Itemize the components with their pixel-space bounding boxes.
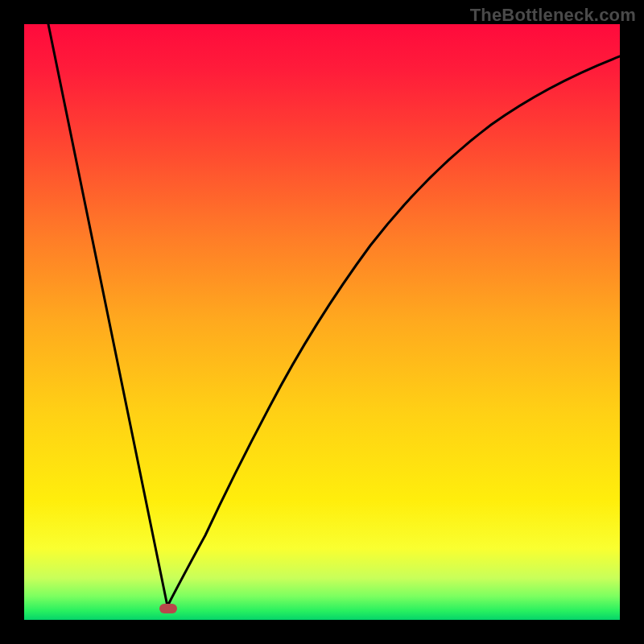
bottleneck-curve: [24, 24, 620, 620]
minimum-marker: [159, 604, 177, 613]
plot-area: [24, 24, 620, 620]
watermark-text: TheBottleneck.com: [470, 5, 636, 26]
curve-path: [48, 24, 620, 606]
chart-frame: TheBottleneck.com: [0, 0, 644, 644]
